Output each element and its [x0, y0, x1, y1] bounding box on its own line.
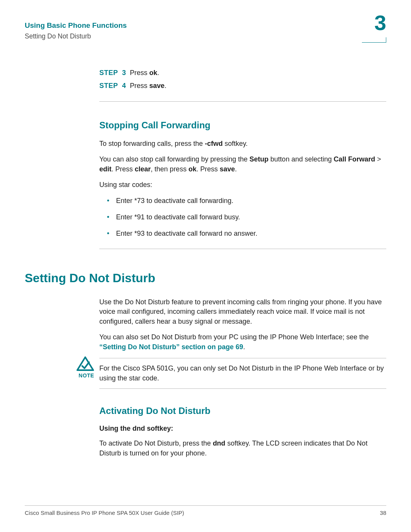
- steps-block: STEP 3 Press ok. STEP 4 Press save.: [99, 68, 386, 102]
- list-item: Enter *91 to deactivate call forward bus…: [116, 212, 386, 222]
- list-item: Enter *93 to deactivate call forward no …: [116, 229, 386, 238]
- paragraph: To stop forwarding calls, press the -cfw…: [99, 139, 386, 149]
- header-title: Using Basic Phone Functions: [25, 21, 386, 31]
- paragraph: You can also set Do Not Disturb from you…: [99, 332, 386, 352]
- step-row: STEP 3 Press ok.: [99, 68, 386, 78]
- section-setting-dnd: Setting Do Not Disturb Use the Do Not Di…: [25, 271, 386, 459]
- note-icon: [76, 356, 94, 372]
- step-text: Press save.: [130, 81, 166, 91]
- step-label: STEP 3: [99, 68, 126, 78]
- divider: [99, 388, 386, 389]
- note-block: NOTE For the Cisco SPA 501G, you can onl…: [99, 358, 386, 389]
- page: Using Basic Phone Functions Setting Do N…: [0, 0, 411, 532]
- step-text: Press ok.: [130, 68, 159, 78]
- list-item: Enter *73 to deactivate call forwarding.: [116, 196, 386, 206]
- divider: [99, 249, 386, 249]
- note-label: NOTE: [76, 372, 96, 379]
- heading-activating-dnd: Activating Do Not Disturb: [99, 406, 386, 416]
- step-row: STEP 4 Press save.: [99, 81, 386, 91]
- page-header: Using Basic Phone Functions Setting Do N…: [25, 21, 386, 47]
- header-subtitle: Setting Do Not Disturb: [25, 32, 386, 40]
- bullet-list: Enter *73 to deactivate call forwarding.…: [99, 196, 386, 239]
- page-footer: Cisco Small Business Pro IP Phone SPA 50…: [25, 505, 386, 516]
- page-number: 38: [380, 510, 386, 516]
- paragraph: Use the Do Not Disturb feature to preven…: [99, 297, 386, 327]
- cross-reference-link[interactable]: “Setting Do Not Disturb” section on page…: [99, 343, 243, 351]
- heading-stopping: Stopping Call Forwarding: [99, 120, 386, 131]
- chapter-rule: [362, 37, 386, 43]
- divider: [99, 101, 386, 102]
- section-stopping-call-forwarding: Stopping Call Forwarding To stop forward…: [99, 120, 386, 249]
- paragraph: Using star codes:: [99, 180, 386, 190]
- paragraph: To activate Do Not Disturb, press the dn…: [99, 439, 386, 458]
- paragraph: You can also stop call forwarding by pre…: [99, 155, 386, 174]
- step-label: STEP 4: [99, 81, 126, 91]
- chapter-number: 3: [374, 12, 386, 34]
- divider: [99, 358, 386, 358]
- heading-setting-dnd: Setting Do Not Disturb: [25, 271, 386, 285]
- note-text: For the Cisco SPA 501G, you can only set…: [99, 364, 386, 383]
- footer-title: Cisco Small Business Pro IP Phone SPA 50…: [25, 510, 184, 516]
- subheading-using-dnd-softkey: Using the dnd softkey:: [99, 425, 386, 433]
